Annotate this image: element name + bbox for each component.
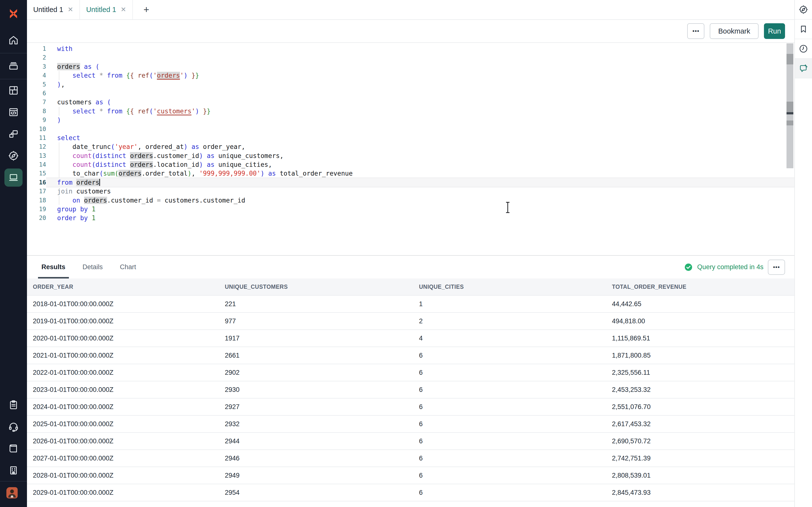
clipboard-icon xyxy=(8,399,19,410)
code-line-content: date_trunc('year', ordered_at) as order_… xyxy=(46,142,794,151)
table-cell: 221 xyxy=(219,296,413,312)
code-line-9[interactable]: 9) xyxy=(27,116,794,124)
more-options-button[interactable]: ••• xyxy=(687,23,704,39)
code-line-14[interactable]: 14count(distinct orders.location_id) as … xyxy=(27,160,794,169)
right-rail-bookmark-button[interactable] xyxy=(795,19,812,39)
line-number: 19 xyxy=(27,205,46,214)
column-header-unique_cities[interactable]: UNIQUE_CITIES xyxy=(413,279,606,295)
home-icon xyxy=(8,35,19,46)
table-cell: 1 xyxy=(413,296,606,312)
mouse-ibeam-cursor xyxy=(505,202,511,215)
sql-editor[interactable]: 1with23orders as (4select * from {{ ref(… xyxy=(27,43,794,255)
line-number: 6 xyxy=(27,89,46,98)
run-button[interactable]: Run xyxy=(764,23,785,39)
bookmark-button[interactable]: Bookmark xyxy=(710,23,759,39)
table-cell: 4 xyxy=(413,330,606,347)
code-line-17[interactable]: 17join customers xyxy=(27,187,794,196)
line-number: 16 xyxy=(27,178,46,187)
results-header: ResultsDetailsChart Query completed in 4… xyxy=(27,256,794,279)
sidebar-item-book[interactable] xyxy=(0,438,27,459)
app-window: Untitled 1✕Untitled 1✕+ ••• Bookmark Run… xyxy=(0,0,812,507)
project-tab-2[interactable]: Untitled 1✕ xyxy=(80,0,133,19)
code-line-1[interactable]: 1with xyxy=(27,44,794,53)
code-line-content: orders as ( xyxy=(46,62,794,71)
sidebar-item-home[interactable] xyxy=(0,27,27,53)
editor-scrollbar[interactable] xyxy=(786,43,793,168)
main-area: Untitled 1✕Untitled 1✕+ ••• Bookmark Run… xyxy=(27,0,794,507)
sidebar-item-terminal[interactable] xyxy=(0,167,27,188)
table-row: 2029-01-01T00:00:00.000Z295462,845,473.9… xyxy=(27,484,794,501)
left-sidebar xyxy=(0,0,27,507)
code-line-content: ), xyxy=(46,80,794,89)
table-cell: 2020-01-01T00:00:00.000Z xyxy=(27,330,219,347)
sidebar-item-headset[interactable] xyxy=(0,416,27,438)
table-cell: 6 xyxy=(413,467,606,484)
bookmark-icon xyxy=(799,24,808,34)
table-cell: 2944 xyxy=(219,433,413,449)
tab-chart[interactable]: Chart xyxy=(120,256,136,279)
project-tab-1[interactable]: Untitled 1✕ xyxy=(27,0,80,19)
sidebar-item-windows[interactable] xyxy=(0,123,27,145)
table-row: 2024-01-01T00:00:00.000Z292762,551,076.7… xyxy=(27,398,794,416)
project-tab-label: Untitled 1 xyxy=(33,6,63,14)
sidebar-item-code-window[interactable] xyxy=(0,101,27,123)
code-lines: 1with23orders as (4select * from {{ ref(… xyxy=(27,44,794,223)
code-line-15[interactable]: 15to_char(sum(orders.order_total), '999,… xyxy=(27,169,794,178)
table-cell: 2949 xyxy=(219,467,413,484)
right-sidebar xyxy=(794,0,812,507)
table-cell: 6 xyxy=(413,398,606,415)
code-line-4[interactable]: 4select * from {{ ref('orders') }} xyxy=(27,71,794,80)
right-rail-magic-chat-button[interactable] xyxy=(795,59,812,78)
code-line-16[interactable]: 16from orders xyxy=(27,178,794,187)
column-header-total_order_revenue[interactable]: TOTAL_ORDER_REVENUE xyxy=(606,279,794,295)
sidebar-item-clipboard[interactable] xyxy=(0,394,27,416)
right-rail-history-button[interactable] xyxy=(795,39,812,59)
line-number: 15 xyxy=(27,169,46,178)
table-cell: 2902 xyxy=(219,364,413,381)
close-tab-icon[interactable]: ✕ xyxy=(68,6,73,13)
results-more-button[interactable]: ••• xyxy=(768,260,785,275)
column-header-order_year[interactable]: ORDER_YEAR xyxy=(27,279,219,295)
code-line-7[interactable]: 7customers as ( xyxy=(27,98,794,107)
sidebar-item-building[interactable] xyxy=(0,459,27,481)
right-rail-compass-button[interactable] xyxy=(795,0,812,19)
sidebar-item-account[interactable] xyxy=(0,482,27,507)
table-body: 2018-01-01T00:00:00.000Z221144,442.65201… xyxy=(27,296,794,507)
table-cell: 2018-01-01T00:00:00.000Z xyxy=(27,296,219,312)
hex-logo[interactable] xyxy=(0,0,27,27)
table-header-row: ORDER_YEARUNIQUE_CUSTOMERSUNIQUE_CITIEST… xyxy=(27,279,794,296)
column-header-unique_customers[interactable]: UNIQUE_CUSTOMERS xyxy=(219,279,413,295)
hex-logo-icon xyxy=(7,8,19,20)
code-line-18[interactable]: 18on orders.customer_id = customers.cust… xyxy=(27,196,794,205)
code-line-content: order by 1 xyxy=(46,214,794,222)
line-number: 14 xyxy=(27,160,46,169)
results-table[interactable]: ORDER_YEARUNIQUE_CUSTOMERSUNIQUE_CITIEST… xyxy=(27,279,794,507)
code-line-6[interactable]: 6 xyxy=(27,89,794,98)
code-line-8[interactable]: 8select * from {{ ref('customers') }} xyxy=(27,107,794,116)
table-cell: 2,325,556.11 xyxy=(606,364,794,381)
table-cell: 2946 xyxy=(219,450,413,466)
results-panel: ResultsDetailsChart Query completed in 4… xyxy=(27,255,794,507)
table-cell: 2022-01-01T00:00:00.000Z xyxy=(27,364,219,381)
toolbar: ••• Bookmark Run xyxy=(27,20,794,43)
code-line-5[interactable]: 5), xyxy=(27,80,794,89)
code-line-3[interactable]: 3orders as ( xyxy=(27,62,794,71)
scrollbar-thumb[interactable] xyxy=(786,102,793,113)
tab-details[interactable]: Details xyxy=(83,256,103,279)
code-line-13[interactable]: 13count(distinct orders.customer_id) as … xyxy=(27,151,794,160)
code-line-2[interactable]: 2 xyxy=(27,53,794,62)
code-line-content: select * from {{ ref('customers') }} xyxy=(46,107,794,116)
sidebar-item-inbox[interactable] xyxy=(0,53,27,79)
tab-results[interactable]: Results xyxy=(41,256,65,279)
line-number: 7 xyxy=(27,98,46,107)
headset-icon xyxy=(8,421,19,432)
code-line-10[interactable]: 10 xyxy=(27,125,794,133)
code-line-20[interactable]: 20order by 1 xyxy=(27,214,794,222)
sidebar-item-compass[interactable] xyxy=(0,145,27,167)
close-tab-icon[interactable]: ✕ xyxy=(120,6,126,13)
sidebar-item-grid[interactable] xyxy=(0,79,27,101)
code-line-12[interactable]: 12date_trunc('year', ordered_at) as orde… xyxy=(27,142,794,151)
code-line-19[interactable]: 19group by 1 xyxy=(27,205,794,214)
new-tab-button[interactable]: + xyxy=(133,0,160,19)
code-line-11[interactable]: 11select xyxy=(27,133,794,142)
